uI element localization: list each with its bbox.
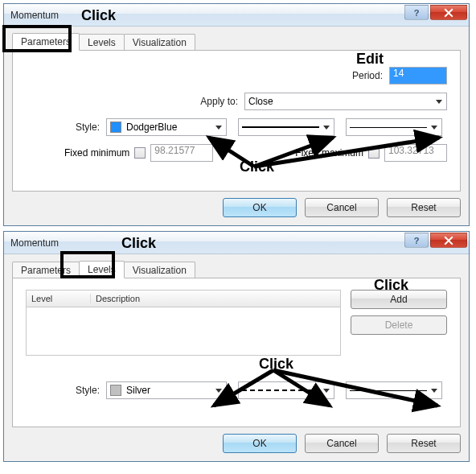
levels-list[interactable] — [26, 307, 341, 356]
dialog-button-row: OK Cancel Reset — [12, 198, 461, 217]
style-linewidth-combo[interactable] — [346, 118, 442, 136]
help-button[interactable]: ? — [404, 233, 429, 248]
close-button[interactable] — [430, 233, 467, 248]
reset-label: Reset — [411, 202, 436, 213]
style-label: Style: — [26, 122, 106, 133]
levels-panel: Level Description Add Delete Click Style… — [12, 278, 461, 427]
cancel-button[interactable]: Cancel — [305, 434, 379, 453]
help-button[interactable]: ? — [404, 5, 429, 20]
tab-levels-label: Levels — [88, 37, 116, 48]
style-linepattern-combo[interactable] — [238, 381, 334, 399]
add-button[interactable]: Add — [351, 290, 447, 309]
tab-parameters-label: Parameters — [21, 36, 71, 47]
fixed-min-label: Fixed minimum — [64, 147, 129, 159]
tab-levels[interactable]: Levels — [79, 261, 125, 278]
add-label: Add — [390, 294, 407, 305]
style-color-name: DodgerBlue — [126, 122, 177, 133]
style-linewidth-combo[interactable] — [346, 381, 442, 399]
dialog-momentum-levels: Momentum ? Click Click Parameters Levels… — [3, 231, 470, 462]
tab-parameters[interactable]: Parameters — [12, 262, 80, 278]
style-linepattern-combo[interactable] — [238, 118, 334, 136]
col-description[interactable]: Description — [91, 294, 340, 303]
annotation-click-combos: Click — [259, 356, 293, 373]
tab-visualization-label: Visualization — [133, 265, 187, 276]
fixed-max-checkbox[interactable] — [368, 147, 380, 159]
titlebar[interactable]: Momentum ? — [4, 4, 469, 27]
period-input[interactable]: 14 — [389, 67, 447, 84]
dialog-button-row: OK Cancel Reset — [12, 434, 461, 453]
line-solid-icon — [242, 126, 319, 128]
tab-levels[interactable]: Levels — [79, 34, 125, 51]
delete-button[interactable]: Delete — [351, 315, 447, 335]
tab-strip: Parameters Levels Visualization — [12, 31, 461, 51]
tab-visualization[interactable]: Visualization — [124, 262, 195, 278]
fixed-max-input[interactable]: 103.32713 — [384, 144, 447, 162]
ok-button[interactable]: OK — [223, 434, 297, 453]
style-label: Style: — [26, 385, 106, 396]
ok-button[interactable]: OK — [223, 198, 297, 217]
close-button[interactable] — [430, 5, 467, 20]
cancel-label: Cancel — [326, 438, 356, 449]
fixed-max-value: 103.32713 — [388, 145, 434, 156]
fixed-min-input[interactable]: 98.21577 — [150, 144, 213, 162]
period-value: 14 — [393, 68, 404, 79]
tab-strip: Parameters Levels Visualization — [12, 259, 461, 278]
titlebar[interactable]: Momentum ? — [4, 232, 469, 254]
apply-to-label: Apply to: — [200, 96, 244, 107]
tab-parameters-label: Parameters — [21, 265, 71, 276]
window-title: Momentum — [10, 10, 59, 21]
col-level[interactable]: Level — [27, 294, 91, 303]
tab-visualization-label: Visualization — [133, 37, 187, 48]
style-color-combo[interactable]: Silver — [106, 381, 227, 399]
period-label: Period: — [352, 70, 389, 81]
line-dashed-icon — [242, 390, 319, 391]
style-color-name: Silver — [126, 385, 150, 396]
tab-parameters[interactable]: Parameters — [12, 33, 80, 51]
fixed-max-label: Fixed maximum — [295, 147, 363, 159]
fixed-min-value: 98.21577 — [154, 145, 195, 156]
line-thin-icon — [350, 127, 427, 128]
style-color-combo[interactable]: DodgerBlue — [106, 118, 227, 136]
cancel-label: Cancel — [326, 202, 356, 213]
fixed-min-checkbox[interactable] — [134, 147, 146, 159]
tab-levels-label: Levels — [88, 264, 116, 275]
apply-to-value: Close — [248, 96, 273, 107]
parameters-panel: Period: 14 Apply to: Close Style: Dodger… — [12, 50, 461, 192]
ok-label: OK — [252, 202, 266, 213]
reset-button[interactable]: Reset — [387, 198, 461, 217]
line-thin-icon — [350, 390, 427, 391]
levels-list-header: Level Description — [26, 290, 341, 307]
cancel-button[interactable]: Cancel — [305, 198, 379, 217]
delete-label: Delete — [385, 319, 413, 331]
tab-visualization[interactable]: Visualization — [124, 34, 195, 51]
dialog-momentum-parameters: Momentum ? Click Edit Parameters Levels … — [3, 3, 470, 226]
color-swatch — [110, 122, 121, 133]
reset-label: Reset — [411, 438, 436, 449]
reset-button[interactable]: Reset — [387, 434, 461, 453]
apply-to-combo[interactable]: Close — [244, 93, 447, 110]
ok-label: OK — [252, 438, 266, 449]
window-title: Momentum — [10, 237, 59, 249]
color-swatch — [110, 385, 121, 396]
